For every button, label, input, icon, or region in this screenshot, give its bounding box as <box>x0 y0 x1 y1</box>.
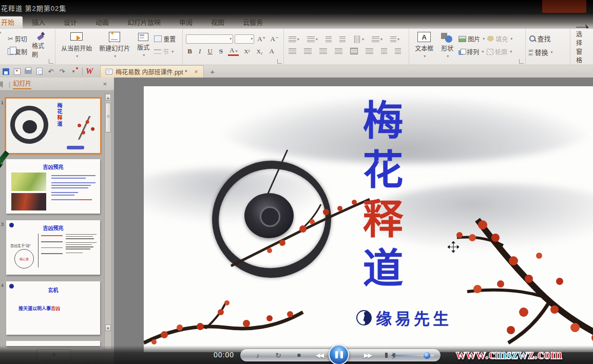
tab-cloud[interactable]: 云服务 <box>234 16 272 29</box>
decrease-indent-button[interactable] <box>324 35 333 43</box>
distribute-button[interactable] <box>349 47 359 55</box>
slide-number: 3 <box>1 222 4 227</box>
numbering-button[interactable] <box>305 35 319 43</box>
subscript-button[interactable]: X₂ <box>255 48 264 54</box>
slide-thumbnail-1[interactable]: 梅花释道 <box>6 99 100 153</box>
picture-button[interactable]: 图片 <box>458 34 485 43</box>
outline-tab[interactable]: 纲 <box>0 80 6 88</box>
align-text-button[interactable] <box>389 35 401 43</box>
wps-logo[interactable]: W <box>86 67 93 76</box>
redo-button[interactable]: ↷ <box>56 66 68 76</box>
find-button[interactable]: 查找 <box>529 33 553 43</box>
bold-button[interactable]: B <box>186 47 194 55</box>
panel-scrollbar[interactable]: ▲ ▼ <box>104 93 112 350</box>
play-from-current-button[interactable]: 从当前开始 <box>59 31 94 60</box>
print-button[interactable] <box>23 66 34 76</box>
scroll-up-icon[interactable]: ▲ <box>105 94 111 101</box>
customize-quickbar-button[interactable]: ▾ <box>68 66 79 76</box>
author-signature: 缘易先生 <box>356 306 452 329</box>
fill-icon <box>487 36 494 42</box>
fill-button[interactable]: 填充 <box>487 34 512 43</box>
tab-slideshow[interactable]: 幻灯片放映 <box>118 16 170 29</box>
document-tab[interactable]: 梅花易数 内部班课件.ppt * × <box>100 65 203 78</box>
clear-format-button[interactable]: A <box>267 47 275 55</box>
repeat-icon[interactable]: ↻ <box>268 351 289 359</box>
copy-button[interactable]: 复制 <box>8 47 27 56</box>
slides-tab[interactable]: 幻灯片 <box>13 79 31 89</box>
slide-editing-area[interactable]: 梅 花 释 道 缘易先生 <box>144 86 593 352</box>
slide-thumbnail-2[interactable]: 吉凶预兆 <box>6 159 100 214</box>
tab-view[interactable]: 视图 <box>202 16 234 29</box>
font-size-combo[interactable] <box>235 34 254 44</box>
font-dialog-launcher[interactable] <box>277 59 282 64</box>
space-after-icon <box>395 48 401 54</box>
new-slide-button[interactable]: 新建幻灯片 <box>97 31 132 60</box>
columns-button[interactable] <box>370 35 384 43</box>
tab-review[interactable]: 审阅 <box>170 16 202 29</box>
italic-button[interactable]: I <box>197 47 202 55</box>
document-tab-close-icon[interactable]: × <box>195 68 198 75</box>
format-painter-button[interactable]: 格式刷 <box>29 31 52 60</box>
undo-button[interactable]: ↶ <box>45 66 56 76</box>
slide-thumbnail-3[interactable]: 吉凶预兆 吉凶生于“动” 梅心易 <box>6 220 100 275</box>
projector-icon <box>70 32 83 42</box>
panel-header: 纲 | 幻灯片 × <box>0 78 114 91</box>
align-left-button[interactable] <box>287 47 298 55</box>
strikethrough-button[interactable]: S <box>218 47 224 55</box>
save-button[interactable] <box>0 66 11 76</box>
layout-button[interactable]: 版式 <box>135 31 152 60</box>
selection-pane-button[interactable]: 选择窗格 <box>573 31 590 60</box>
reset-button[interactable]: 重置 <box>154 34 176 43</box>
arrange-button[interactable]: 排列 <box>458 47 485 56</box>
paste-button[interactable]: 粘贴 <box>0 31 6 60</box>
increase-indent-button[interactable] <box>338 35 347 43</box>
text-direction-button[interactable] <box>352 35 366 43</box>
title-char-shi: 释 <box>363 199 404 241</box>
font-name-combo[interactable] <box>186 34 233 44</box>
bullets-button[interactable] <box>287 35 301 43</box>
tab-animation[interactable]: 动画 <box>86 16 118 29</box>
underline-button[interactable]: U <box>206 47 214 55</box>
line-spacing-button[interactable] <box>364 47 375 55</box>
print-preview-button[interactable] <box>34 66 45 76</box>
tab-home[interactable]: 开始 <box>0 16 23 29</box>
outline-button[interactable]: 轮廓 <box>487 47 512 56</box>
cut-button[interactable]: 剪切 <box>8 34 27 43</box>
superscript-button[interactable]: X² <box>242 48 251 54</box>
pause-button[interactable] <box>329 344 349 364</box>
fast-forward-icon[interactable]: ▶▶ <box>357 352 378 359</box>
shapes-button[interactable]: 形状 <box>438 31 456 60</box>
justify-button[interactable] <box>333 47 344 55</box>
section-button[interactable]: 节 <box>154 47 176 56</box>
stop-icon[interactable]: ■ <box>289 352 309 359</box>
export-icon <box>14 68 21 75</box>
panel-close-icon[interactable]: × <box>103 80 107 88</box>
output-button[interactable] <box>11 66 23 76</box>
document-tab-filename: 梅花易数 内部班课件.ppt * <box>116 67 187 76</box>
replace-button[interactable]: abac 替换 <box>529 47 553 57</box>
align-center-button[interactable] <box>302 47 313 55</box>
outline-icon <box>487 49 493 55</box>
grow-font-button[interactable]: A⁺ <box>256 35 267 43</box>
tab-insert[interactable]: 插入 <box>23 16 54 29</box>
shrink-font-button[interactable]: A⁻ <box>269 35 280 43</box>
tab-design[interactable]: 设计 <box>54 16 86 29</box>
font-color-button[interactable]: A <box>228 46 239 56</box>
space-before-button[interactable] <box>379 47 389 55</box>
volume-knob[interactable] <box>424 352 430 359</box>
drawing-dialog-launcher[interactable] <box>519 59 524 64</box>
clipboard-dialog-launcher[interactable] <box>49 59 53 64</box>
voice-icon[interactable]: ♪ <box>247 351 268 359</box>
rewind-icon[interactable]: ◀◀ <box>309 352 330 359</box>
scroll-down-icon[interactable]: ▼ <box>105 324 111 331</box>
new-document-tab-button[interactable]: + <box>207 66 218 76</box>
textbox-button[interactable]: A 文本框 <box>412 31 436 60</box>
space-after-button[interactable] <box>393 47 403 55</box>
slide-thumbnail-4[interactable]: 玄机 推天道以明人事吉凶 <box>6 281 100 335</box>
slide-number: 4 <box>1 283 4 288</box>
align-right-button[interactable] <box>318 47 329 55</box>
scrollbar-thumb[interactable] <box>105 103 111 132</box>
thumb4-body: 推天道以明人事吉凶 <box>18 305 60 312</box>
volume-slider[interactable] <box>394 355 434 356</box>
slide-canvas: 梅 花 释 道 缘易先生 <box>114 78 593 364</box>
